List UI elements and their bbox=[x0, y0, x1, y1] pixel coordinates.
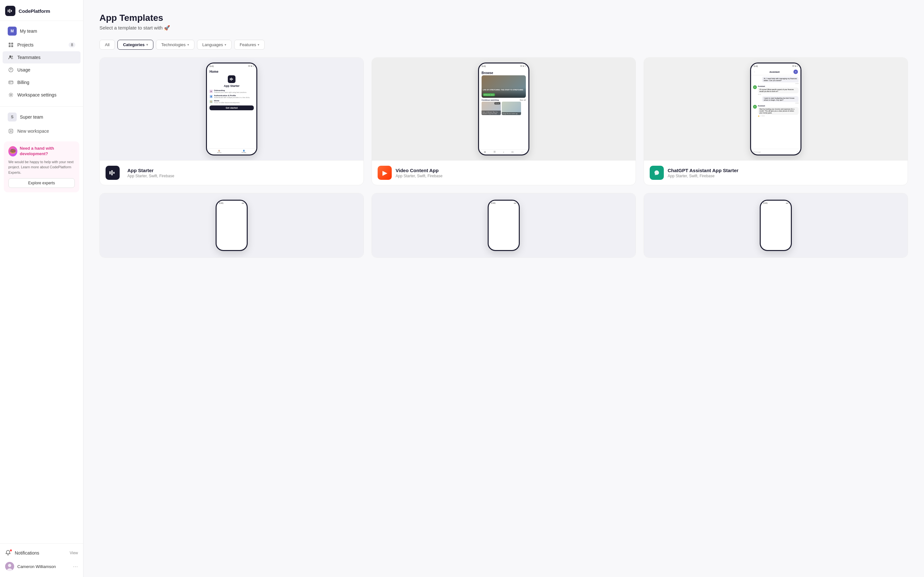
chat-content: Hi, I need help with managing my finance… bbox=[751, 75, 800, 149]
help-title: Need a hand with development? bbox=[20, 146, 75, 157]
billing-label: Billing bbox=[17, 80, 75, 85]
thumb-2-overlay: Design Review mobile app bbox=[502, 112, 521, 115]
phone-row2-3: 9:41 ▪▪▪ bbox=[760, 200, 792, 251]
svg-rect-6 bbox=[11, 45, 13, 47]
video-content: Browse LIFE OF STRETCHING: THE START TO … bbox=[479, 69, 528, 149]
sidebar-item-workspace-settings[interactable]: Workspace settings bbox=[3, 89, 81, 101]
notifications-view-link[interactable]: View bbox=[69, 551, 78, 555]
notification-dot bbox=[10, 549, 12, 552]
app-starter-icon bbox=[105, 166, 120, 180]
super-team-avatar: S bbox=[8, 113, 17, 121]
chatgpt-preview: 9:41 ▪▪▪ ▸ ▪ ← Assistant A Hi, I need he… bbox=[644, 58, 908, 160]
my-team-item[interactable]: M My team bbox=[3, 24, 81, 39]
filter-categories[interactable]: Categories ▾ bbox=[118, 40, 153, 50]
filter-features[interactable]: Features ▾ bbox=[234, 40, 265, 50]
svg-rect-23 bbox=[113, 172, 115, 174]
template-card-row2-3[interactable]: 9:41 ▪▪▪ bbox=[644, 193, 908, 258]
new-workspace-label: New workspace bbox=[17, 129, 49, 134]
team-label: My team bbox=[20, 29, 75, 34]
home-item: 🏠 Home Focus on killer feature developme… bbox=[210, 100, 254, 103]
auth-item: 👤 Authentication & Profile Authenticate … bbox=[210, 95, 254, 98]
phone-status-bar-6: 9:41 ▪▪▪ bbox=[761, 201, 791, 205]
phone-status-bar-2: 9:41 ▪▪▪ ▸ ▪ bbox=[479, 63, 528, 69]
phone-status-bar-3: 9:41 ▪▪▪ ▸ ▪ bbox=[751, 63, 800, 69]
usage-label: Usage bbox=[17, 67, 75, 73]
sidebar-item-billing[interactable]: Billing bbox=[3, 76, 81, 89]
get-started-btn: Get started bbox=[210, 105, 254, 110]
phone-status-bar-4: 9:41 ▪▪▪ bbox=[216, 201, 247, 205]
thumb-2: Design Review mobile app bbox=[502, 102, 521, 115]
sidebar: CodePlatform M My team Projects 8 bbox=[0, 0, 83, 577]
page-subtitle: Select a template to start with 🚀 bbox=[99, 25, 908, 31]
templates-grid: 9:41 ▪▪▪ ▸ ▪ Home App Starter bbox=[99, 57, 908, 258]
svg-rect-18 bbox=[230, 78, 231, 80]
explore-experts-button[interactable]: Explore experts bbox=[8, 178, 75, 188]
sidebar-item-projects[interactable]: Projects 8 bbox=[3, 39, 81, 51]
chatgpt-template-name: ChatGPT Assistant App Starter bbox=[668, 168, 738, 173]
logo-text: CodePlatform bbox=[19, 8, 50, 14]
template-card-app-starter[interactable]: 9:41 ▪▪▪ ▸ ▪ Home App Starter bbox=[99, 57, 364, 185]
template-card-chatgpt[interactable]: 9:41 ▪▪▪ ▸ ▪ ← Assistant A Hi, I need he… bbox=[644, 57, 908, 185]
thumb-1-title: Dalton & Michael: Why You Shouldn't Copy… bbox=[482, 111, 500, 114]
user-row[interactable]: Cameron Williamson ⋯ bbox=[0, 559, 83, 574]
notifications-row: Notifications View bbox=[0, 547, 83, 559]
template-preview-row2-3: 9:41 ▪▪▪ bbox=[644, 193, 908, 258]
logo-area[interactable]: CodePlatform bbox=[0, 0, 83, 21]
svg-point-10 bbox=[11, 69, 11, 71]
my-team-section: M My team Projects 8 bbox=[0, 21, 83, 104]
billing-icon bbox=[8, 79, 14, 85]
user-name: Cameron Williamson bbox=[17, 564, 69, 569]
main-content: App Templates Select a template to start… bbox=[83, 0, 924, 577]
phone-nav-2: ⊞ ☰ ♪ ⊡ ⋯ bbox=[479, 149, 528, 155]
app-logo bbox=[228, 75, 236, 83]
browse-title: Browse bbox=[481, 70, 526, 75]
app-starter-template-name: App Starter bbox=[128, 168, 174, 173]
help-description: We would be happy to help with your next… bbox=[8, 159, 75, 175]
thumb-1: 30 min Dalton & Michael: Why You Shouldn… bbox=[481, 102, 501, 115]
filter-languages[interactable]: Languages ▾ bbox=[197, 40, 232, 50]
app-starter-content: Home App Starter ♥ Onbo bbox=[207, 69, 256, 148]
template-card-row2-2[interactable]: 9:41 ▪▪▪ bbox=[372, 193, 636, 258]
svg-point-16 bbox=[8, 564, 11, 567]
plus-icon bbox=[8, 128, 14, 134]
video-overlay: LIFE OF STRETCHING: THE START TO STRETCH… bbox=[481, 87, 526, 98]
app-starter-info: App Starter App Starter, Swift, Firebase bbox=[100, 160, 363, 185]
video-phone: 9:41 ▪▪▪ ▸ ▪ Browse LIFE OF STRETCHING: … bbox=[478, 63, 529, 155]
svg-rect-22 bbox=[111, 170, 113, 175]
super-team-item[interactable]: S Super team bbox=[3, 110, 81, 124]
sidebar-item-teammates[interactable]: Teammates bbox=[3, 51, 81, 63]
video-info: ▶ Video Content App App Starter, Swift, … bbox=[372, 160, 636, 185]
template-card-video[interactable]: 9:41 ▪▪▪ ▸ ▪ Browse LIFE OF STRETCHING: … bbox=[372, 57, 636, 185]
projects-label: Projects bbox=[17, 42, 65, 47]
team-avatar: M bbox=[8, 27, 17, 35]
svg-rect-12 bbox=[10, 83, 11, 83]
sidebar-item-usage[interactable]: Usage bbox=[3, 64, 81, 76]
new-workspace-item[interactable]: New workspace bbox=[3, 125, 81, 137]
chatgpt-info: ChatGPT Assistant App Starter App Starte… bbox=[644, 160, 908, 185]
more-options-icon[interactable]: ⋯ bbox=[73, 564, 78, 570]
svg-rect-20 bbox=[232, 79, 233, 80]
template-preview-row2-2: 9:41 ▪▪▪ bbox=[372, 193, 636, 258]
svg-rect-5 bbox=[9, 45, 11, 47]
chatgpt-phone: 9:41 ▪▪▪ ▸ ▪ ← Assistant A Hi, I need he… bbox=[750, 63, 801, 155]
chat-top-bar: ← Assistant A bbox=[751, 69, 800, 75]
app-starter-name: App Starter bbox=[210, 84, 254, 87]
svg-rect-21 bbox=[110, 171, 111, 174]
phone-status-bar-1: 9:41 ▪▪▪ ▸ ▪ bbox=[207, 63, 256, 69]
phone-nav-1: 🏠Home 👤Profile bbox=[207, 148, 256, 155]
categories-chevron: ▾ bbox=[146, 43, 148, 47]
teammates-label: Teammates bbox=[17, 55, 75, 60]
filter-all[interactable]: All bbox=[99, 40, 115, 50]
filter-technologies[interactable]: Technologies ▾ bbox=[156, 40, 194, 50]
svg-rect-0 bbox=[8, 10, 9, 12]
svg-rect-1 bbox=[9, 9, 10, 13]
video-preview: 9:41 ▪▪▪ ▸ ▪ Browse LIFE OF STRETCHING: … bbox=[372, 58, 636, 160]
video-template-name: Video Content App bbox=[396, 168, 443, 173]
filter-bar: All Categories ▾ Technologies ▾ Language… bbox=[99, 40, 908, 50]
thumb-2-title: Design Review mobile app bbox=[502, 113, 520, 114]
sidebar-bottom: Notifications View Cameron Williamson ⋯ bbox=[0, 543, 83, 577]
logo-icon bbox=[5, 6, 15, 16]
languages-chevron: ▾ bbox=[225, 43, 226, 47]
template-card-row2-1[interactable]: 9:41 ▪▪▪ bbox=[99, 193, 364, 258]
svg-rect-19 bbox=[231, 78, 232, 81]
